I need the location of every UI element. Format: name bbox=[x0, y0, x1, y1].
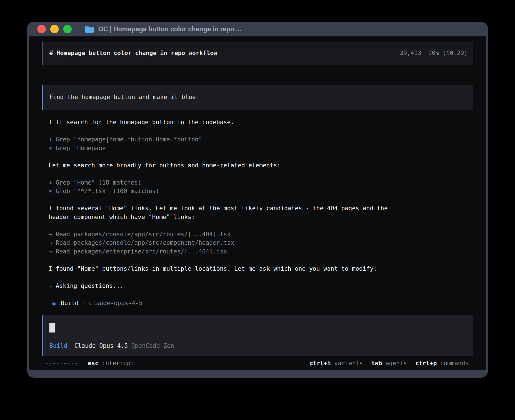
keybind-key: ctrl+p bbox=[415, 359, 437, 368]
input-provider-label: OpenCode Zen bbox=[131, 342, 174, 350]
agent-model: claude-opus-4-5 bbox=[89, 299, 143, 308]
keybind-hint: ctrl+t variants bbox=[309, 359, 363, 368]
prompt-input[interactable]: Build Claude Opus 4.5 OpenCode Zen bbox=[42, 315, 473, 356]
maximize-button[interactable] bbox=[63, 25, 72, 33]
interrupt-label: interrupt bbox=[102, 359, 134, 368]
transcript-line: I'll search for the homepage button in t… bbox=[49, 118, 486, 127]
context-usage-cost: 20% ($0.29) bbox=[428, 49, 468, 58]
transcript-line: I found "Home" buttons/links in multiple… bbox=[49, 264, 486, 273]
transcript-line bbox=[49, 127, 486, 135]
keybind-hint: ctrl+p commands bbox=[415, 359, 469, 368]
keybind-key: tab bbox=[371, 359, 382, 368]
close-button[interactable] bbox=[37, 25, 46, 33]
transcript-line: header component which have "Home" links… bbox=[49, 213, 486, 222]
agent-separator: · bbox=[82, 299, 86, 308]
keybind-label: commands bbox=[440, 359, 469, 368]
user-message: Find the homepage button and make it blu… bbox=[42, 85, 473, 110]
session-title: # Homepage button color change in repo w… bbox=[49, 49, 217, 58]
transcript-line: ∗ Grep "Home" (18 matches) bbox=[49, 178, 486, 187]
transcript-line: ~ Asking questions... bbox=[49, 282, 486, 290]
transcript-line: → Read packages/console/app/src/componen… bbox=[49, 239, 486, 247]
token-count: 39,413 bbox=[400, 49, 421, 58]
statusbar-left: esc interrupt bbox=[46, 359, 134, 368]
transcript-line bbox=[49, 273, 486, 282]
keybind-label: variants bbox=[334, 359, 363, 368]
transcript-line: ∗ Grep "Homepage" bbox=[49, 144, 486, 153]
activity-spinner-icon bbox=[46, 363, 77, 364]
folder-icon bbox=[85, 25, 94, 33]
titlebar[interactable]: OC | Homepage button color change in rep… bbox=[29, 22, 486, 36]
transcript-line: I found several "Home" links. Let me loo… bbox=[49, 204, 486, 213]
transcript-line bbox=[49, 221, 486, 230]
transcript: I'll search for the homepage button in t… bbox=[49, 118, 486, 290]
keybind-key: ctrl+t bbox=[309, 359, 331, 368]
keybind-label: agents bbox=[385, 359, 407, 368]
input-meta: Build Claude Opus 4.5 OpenCode Zen bbox=[49, 342, 473, 350]
agent-status: ▣ Build · claude-opus-4-5 bbox=[53, 299, 486, 308]
session-stats: 39,413 20% ($0.29) bbox=[400, 49, 468, 58]
transcript-line bbox=[49, 256, 486, 264]
agent-name: Build bbox=[61, 299, 78, 308]
input-model-label[interactable]: Claude Opus 4.5 bbox=[74, 342, 128, 350]
transcript-line bbox=[49, 170, 486, 178]
terminal-window: OC | Homepage button color change in rep… bbox=[27, 22, 488, 378]
session-header: # Homepage button color change in repo w… bbox=[42, 42, 473, 65]
transcript-line: Let me search more broadly for buttons a… bbox=[49, 161, 486, 170]
interrupt-hint: esc interrupt bbox=[88, 359, 134, 368]
text-cursor bbox=[49, 323, 55, 333]
transcript-line: ∗ Grep "homepage|home.*button|Home.*butt… bbox=[49, 135, 486, 144]
transcript-line: → Read packages/enterprise/src/routes/[.… bbox=[49, 247, 486, 256]
interrupt-key: esc bbox=[88, 359, 99, 368]
transcript-line: ∗ Glob "**/*.tsx" (100 matches) bbox=[49, 187, 486, 196]
minimize-button[interactable] bbox=[50, 25, 59, 33]
window-title: OC | Homepage button color change in rep… bbox=[98, 25, 241, 33]
user-message-text: Find the homepage button and make it blu… bbox=[49, 93, 196, 102]
keybind-hint: tab agents bbox=[371, 359, 407, 368]
transcript-line: → Read packages/console/app/src/routes/[… bbox=[49, 230, 486, 239]
statusbar: esc interrupt ctrl+t variants tab agents bbox=[46, 359, 469, 368]
transcript-line bbox=[49, 152, 486, 161]
terminal-content: # Homepage button color change in repo w… bbox=[29, 36, 486, 370]
agent-badge-icon: ▣ bbox=[53, 299, 56, 308]
traffic-lights bbox=[37, 25, 72, 33]
input-agent-label[interactable]: Build bbox=[49, 342, 67, 350]
statusbar-right: ctrl+t variants tab agents ctrl+p comman… bbox=[309, 359, 469, 368]
transcript-line bbox=[49, 196, 486, 204]
